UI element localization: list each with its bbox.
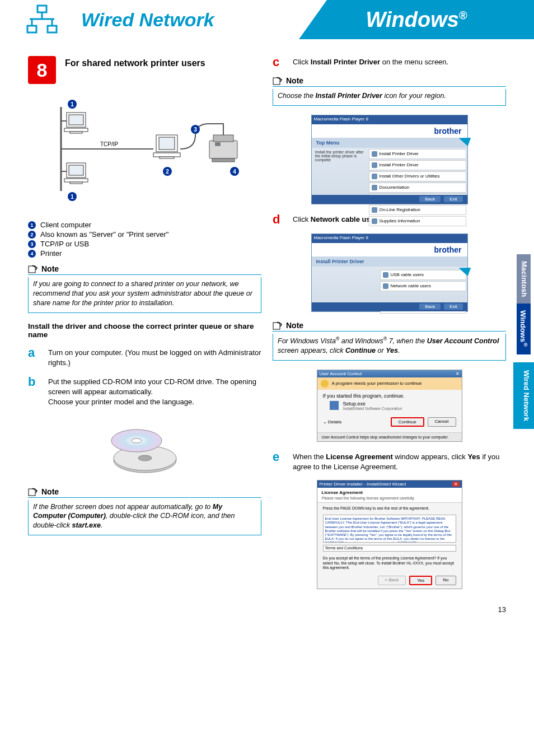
svg-rect-0 (38, 6, 46, 12)
uac-details: Details (328, 419, 341, 424)
note-icon (273, 76, 283, 85)
svg-rect-8 (69, 115, 83, 125)
screenshot-top-menu: Macromedia Flash Player 8 brother Top Me… (311, 115, 468, 204)
svg-rect-44 (29, 489, 35, 496)
note-body: Choose the Install Printer Driver icon f… (273, 89, 506, 106)
close-icon: ✕ (456, 371, 460, 376)
legend-bullet-3: 3 (28, 240, 36, 248)
legend-bullet-2: 2 (28, 231, 36, 239)
svg-rect-25 (213, 135, 233, 142)
page-header: Wired Network Windows® (28, 0, 506, 39)
diagram-legend: 1Client computer 2Also known as "Server"… (28, 221, 261, 258)
sp-brand: brother (312, 243, 467, 256)
step-letter-a: a (28, 347, 38, 368)
svg-rect-23 (160, 157, 174, 158)
note-body: If the Brother screen does not appear au… (28, 500, 261, 536)
sp-sidebar: Install the printer driver after the ini… (312, 148, 368, 164)
sp-item: Install Other Drivers or Utilities (369, 171, 466, 181)
note-label: Note (286, 321, 303, 330)
lic-title: Printer Driver Installer - InstallShield… (320, 482, 406, 487)
page-number: 13 (498, 605, 506, 614)
uac-line1: If you started this program, continue. (323, 393, 456, 399)
lic-hdr: License Agreement (322, 490, 363, 495)
sp-heading: Install Printer Driver (312, 256, 467, 267)
close-icon: ✕ (452, 482, 460, 487)
note-brother-screen: Note If the Brother screen does not appe… (28, 487, 261, 536)
lic-question: Do you accept all the terms of the prece… (317, 554, 462, 572)
uac-warn: A program needs your permission to conti… (332, 381, 422, 386)
section-8-header: 8 For shared network printer users (28, 56, 261, 84)
side-tabs: Windows® Macintosh Wired Network (513, 246, 534, 429)
svg-text:4: 4 (233, 169, 236, 175)
svg-rect-9 (64, 128, 88, 132)
header-os-sup: ® (459, 9, 467, 21)
svg-rect-5 (27, 26, 36, 32)
svg-rect-10 (70, 132, 82, 133)
svg-rect-13 (64, 179, 88, 182)
network-diagram: TCP/IP 1 1 (28, 95, 261, 214)
side-tab-os: Windows® Macintosh (513, 246, 534, 362)
note-body: For Windows Vista® and Windows® 7, when … (273, 334, 506, 361)
step-letter-c: c (273, 56, 283, 68)
sp-item: Network cable users (380, 281, 466, 291)
legend-bullet-4: 4 (28, 250, 36, 258)
lic-sub: Please read the following license agreem… (322, 496, 457, 500)
legend-text-2: Also known as "Server" or "Print server" (40, 230, 168, 239)
note-label: Note (41, 487, 59, 496)
header-os-badge: Windows® (299, 0, 534, 39)
uac-title: User Account Control (320, 371, 362, 376)
step-c-text: Click Install Printer Driver on the menu… (293, 56, 448, 68)
svg-rect-14 (70, 182, 82, 184)
sp-item: Install Printer Driver (369, 149, 466, 159)
sp-item: USB cable users (380, 270, 466, 280)
legend-text-4: Printer (40, 249, 62, 258)
svg-rect-22 (153, 153, 180, 157)
svg-text:TCP/IP: TCP/IP (100, 141, 119, 147)
sp-item: On-Line Registration (369, 205, 466, 215)
sp-item: Install Printer Driver (369, 160, 466, 170)
legend-text-1: Client computer (40, 221, 91, 229)
step-b-text1: Put the supplied CD-ROM into your CD-ROM… (48, 377, 261, 397)
svg-rect-46 (273, 323, 280, 329)
screenshot-install-driver: Macromedia Flash Player 8 brother Instal… (311, 234, 468, 312)
sp-menu-header: Top Menu (312, 138, 467, 148)
step-b: b Put the supplied CD-ROM into your CD-R… (28, 376, 261, 408)
svg-rect-24 (209, 141, 237, 158)
lic-body: End-User License Agreement for Brother S… (323, 515, 456, 543)
sp-brand: brother (312, 124, 467, 138)
note-label: Note (41, 264, 59, 273)
step-8-title: For shared network printer users (65, 56, 205, 84)
step-number-8: 8 (28, 56, 56, 84)
uac-cancel-button: Cancel (428, 417, 456, 427)
svg-text:1: 1 (71, 194, 74, 200)
svg-rect-26 (212, 158, 235, 162)
legend-text-3: TCP/IP or USB (40, 240, 89, 248)
step-letter-e: e (273, 451, 283, 472)
note-body: If you are going to connect to a shared … (28, 277, 261, 313)
svg-text:1: 1 (71, 101, 74, 108)
legend-bullet-1: 1 (28, 221, 36, 229)
uac-footer: User Account Control helps stop unauthor… (317, 432, 462, 441)
svg-rect-38 (29, 266, 35, 273)
svg-rect-12 (69, 165, 83, 175)
note-uac: Note For Windows Vista® and Windows® 7, … (273, 321, 506, 361)
program-icon (330, 401, 339, 410)
step-a-text: Turn on your computer. (You must be logg… (48, 347, 261, 368)
note-icon (28, 264, 38, 273)
lic-yes-button: Yes (409, 576, 432, 585)
note-label: Note (286, 76, 303, 85)
screenshot-license: Printer Driver Installer - InstallShield… (317, 480, 462, 589)
side-tab-wired: Wired Network (513, 362, 534, 429)
note-icon (28, 487, 38, 496)
step-letter-b: b (28, 376, 38, 408)
note-shared-printer: Note If you are going to connect to a sh… (28, 264, 261, 313)
svg-text:2: 2 (166, 169, 169, 175)
uac-continue-button: Continue (391, 417, 424, 427)
lic-hint: Press the PAGE DOWN key to see the rest … (317, 503, 462, 514)
lic-no-button: No (435, 576, 456, 585)
uac-prog: Setup.exe (343, 401, 402, 407)
install-subheading: Install the driver and choose the correc… (28, 322, 261, 339)
svg-point-43 (132, 438, 142, 443)
step-c: c Click Install Printer Driver on the me… (273, 56, 506, 68)
svg-rect-6 (48, 26, 57, 32)
